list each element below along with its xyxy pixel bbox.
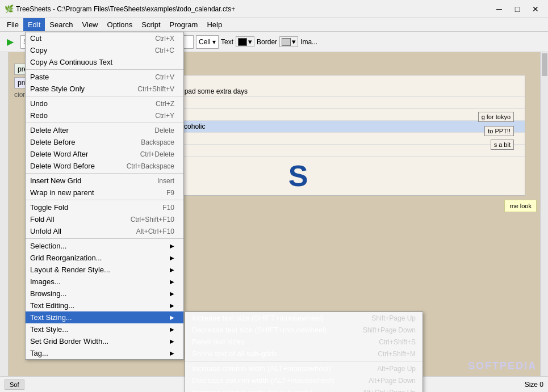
text-sizing-arrow-icon: ▶ (170, 314, 174, 321)
unfold-all-label: Unfold All (30, 227, 61, 235)
scrollbar-thumb[interactable] (542, 53, 547, 76)
text-style-label: Text Style... (30, 325, 68, 334)
text-editing-arrow-icon: ▶ (170, 302, 174, 309)
wrap-parent-shortcut: F9 (155, 189, 174, 197)
menu-delete-after[interactable]: Delete After Delete (26, 124, 183, 136)
menu-grid-border[interactable]: Set Grid Border Width... ▶ (26, 335, 183, 347)
delete-word-before-shortcut: Ctrl+Backspace (115, 162, 174, 170)
tag-label: Tag... (30, 349, 48, 357)
text-color-swatch (238, 38, 247, 46)
menu-cut[interactable]: Cut Ctrl+X (26, 32, 183, 44)
size-label: Size 0 (525, 381, 543, 389)
menu-tag[interactable]: Tag... ▶ (26, 347, 183, 359)
menu-redo[interactable]: Redo Ctrl+Y (26, 109, 183, 121)
menu-delete-word-after[interactable]: Delete Word After Ctrl+Delete (26, 148, 183, 160)
subtask-rent-car[interactable]: rent kei car (140, 75, 525, 86)
menu-delete-before[interactable]: Delete Before Backspace (26, 136, 183, 148)
submenu-increase-text[interactable]: Increase text size (SHIFT+mousewheel) Sh… (185, 312, 422, 324)
same-look-note: me look (504, 200, 537, 212)
delete-after-shortcut: Delete (143, 127, 174, 134)
scrollbar-right[interactable] (540, 52, 548, 376)
paste-label: Paste (30, 73, 49, 81)
maximize-button[interactable]: □ (509, 3, 525, 15)
menu-text-editing[interactable]: Text Editing... ▶ (26, 300, 183, 311)
toggle-fold-label: Toggle Fold (30, 203, 68, 212)
menu-copy[interactable]: Copy Ctrl+C (26, 44, 183, 56)
subtask-pad-days[interactable]: make sure to pad some extra days (140, 86, 525, 96)
menu-view[interactable]: View (78, 18, 103, 31)
text-color-picker[interactable]: ▾ (236, 36, 254, 47)
window-controls: ─ □ ✕ (491, 3, 543, 15)
menu-toggle-fold[interactable]: Toggle Fold F10 (26, 201, 183, 213)
menu-copy-continuous[interactable]: Copy As Continuous Text (26, 56, 183, 68)
border-color-swatch (282, 38, 291, 46)
convert-ppt-cell[interactable]: to PPT!! (484, 126, 514, 136)
increase-text-label: Increase text size (SHIFT+mousewheel) (192, 314, 324, 322)
reset-text-shortcut: Ctrl+Shift+S (367, 338, 416, 346)
cell-dropdown[interactable]: Cell ▾ (196, 35, 219, 49)
menu-insert-grid[interactable]: Insert New Grid Insert (26, 175, 183, 187)
delete-before-shortcut: Backspace (129, 138, 174, 146)
menu-images[interactable]: Images... ▶ (26, 276, 183, 288)
delete-word-after-shortcut: Ctrl+Delete (129, 150, 174, 158)
menu-unfold-all[interactable]: Unfold All Alt+Ctrl+F10 (26, 225, 183, 237)
menu-text-style[interactable]: Text Style... ▶ (26, 323, 183, 335)
border-color-picker[interactable]: ▾ (279, 36, 298, 47)
shrink-text-label: Shrink text of all sub-grids (192, 349, 277, 358)
grid-reorg-label: Grid Reorganization... (30, 254, 102, 262)
menu-fold-all[interactable]: Fold All Ctrl+Shift+F10 (26, 213, 183, 225)
menu-delete-word-before[interactable]: Delete Word Before Ctrl+Backspace (26, 160, 183, 172)
edit-menu-popup[interactable]: Cut Ctrl+X Copy Ctrl+C Copy As Continuou… (25, 32, 184, 360)
grid-border-label: Set Grid Border Width... (30, 337, 108, 345)
s-logo: S (288, 161, 308, 191)
menu-paste-style[interactable]: Paste Style Only Ctrl+Shift+V (26, 83, 183, 95)
decrease-col-label: Decrease column width (ALT+mousewheel) (192, 376, 334, 385)
layout-render-arrow-icon: ▶ (170, 267, 174, 273)
insert-grid-shortcut: Insert (146, 177, 174, 185)
separator-6 (26, 238, 183, 239)
menu-file[interactable]: File (2, 18, 23, 31)
copy-label: Copy (30, 46, 47, 54)
menu-layout-render[interactable]: Layout & Render Style... ▶ (26, 264, 183, 276)
menu-options[interactable]: Options (103, 18, 137, 31)
status-tab[interactable]: Sof (5, 380, 24, 390)
menu-wrap-parent[interactable]: Wrap in new parent F9 (26, 187, 183, 199)
decrease-col-shortcut: Alt+Page Down (357, 377, 416, 385)
menu-selection[interactable]: Selection... ▶ (26, 240, 183, 252)
submenu-shrink-text[interactable]: Shrink text of all sub-grids Ctrl+Shift+… (185, 348, 422, 360)
play-button[interactable]: ▶ (2, 34, 18, 50)
booking-cell[interactable]: g for tokyo (478, 112, 514, 122)
submenu-decrease-col[interactable]: Decrease column width (ALT+mousewheel) A… (185, 374, 422, 386)
submenu-increase-col[interactable]: Increase column width (ALT+mousewheel) A… (185, 363, 422, 374)
menu-text-sizing[interactable]: Text Sizing... ▶ Increase text size (SHI… (26, 311, 183, 323)
menu-paste[interactable]: Paste Ctrl+V (26, 71, 183, 83)
tokyo-subtasks: rent kei car make sure to pad some extra… (140, 75, 525, 96)
menu-help[interactable]: Help (202, 18, 227, 31)
paste-shortcut: Ctrl+V (144, 73, 174, 81)
redo-shortcut: Ctrl+Y (144, 112, 174, 120)
menu-browsing[interactable]: Browsing... ▶ (26, 288, 183, 300)
minimize-button[interactable]: ─ (491, 3, 507, 15)
redo-label: Redo (30, 111, 48, 120)
shrink-text-shortcut: Ctrl+Shift+M (366, 350, 416, 358)
image-label: Ima... (300, 38, 317, 46)
submenu-decrease-text[interactable]: Decrease text size (SHIFT+mousewheel) Sh… (185, 324, 422, 336)
menu-program[interactable]: Program (165, 18, 203, 31)
border-color-arrow[interactable]: ▾ (292, 37, 296, 46)
menu-search[interactable]: Search (45, 18, 77, 31)
submenu-reset-text[interactable]: Reset text sizes Ctrl+Shift+S (185, 336, 422, 348)
menu-edit[interactable]: Edit (23, 18, 45, 31)
images-arrow-icon: ▶ (170, 279, 174, 285)
text-color-arrow[interactable]: ▾ (248, 37, 252, 46)
menu-undo[interactable]: Undo Ctrl+Z (26, 98, 183, 109)
menu-script[interactable]: Script (137, 18, 165, 31)
copy-shortcut: Ctrl+C (144, 47, 174, 54)
delete-word-after-label: Delete Word After (30, 150, 88, 158)
grid-reorg-arrow-icon: ▶ (170, 255, 174, 261)
decrease-text-label: Decrease text size (SHIFT+mousewheel) (192, 326, 327, 334)
submenu-increase-col-no-sub[interactable]: Increase column width (no sub grids) Alt… (185, 386, 422, 392)
menu-grid-reorg[interactable]: Grid Reorganization... ▶ (26, 252, 183, 264)
text-sizing-submenu[interactable]: Increase text size (SHIFT+mousewheel) Sh… (185, 311, 423, 392)
close-button[interactable]: ✕ (528, 3, 543, 15)
wait-cell[interactable]: s a bit (491, 140, 514, 150)
